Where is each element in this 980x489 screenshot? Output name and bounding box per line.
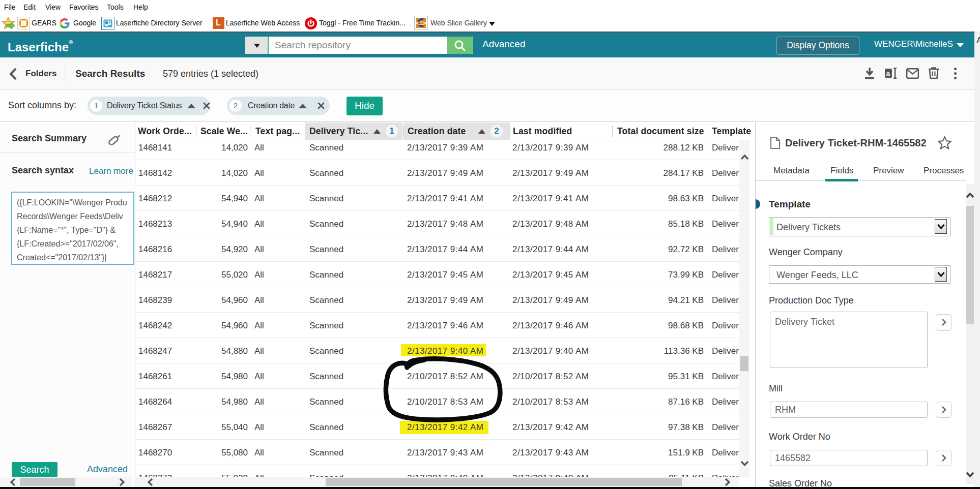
svg-text:a: a bbox=[886, 70, 890, 78]
